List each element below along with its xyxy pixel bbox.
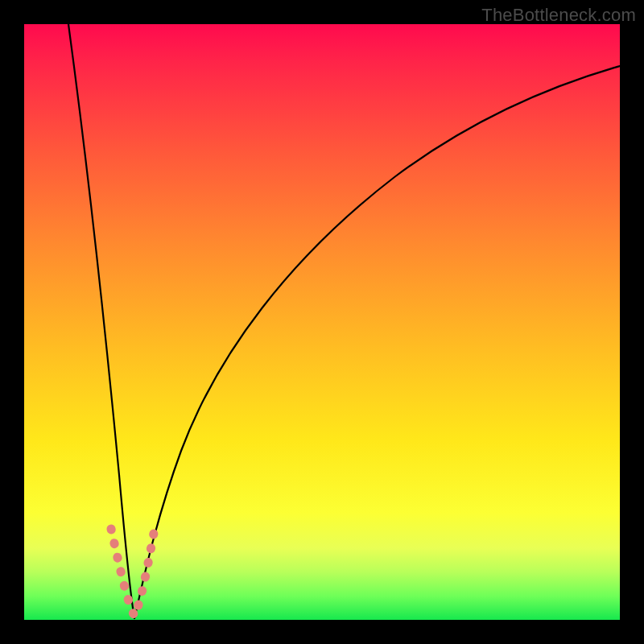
curve-left-branch: [68, 24, 134, 618]
outer-frame: TheBottleneck.com: [0, 0, 644, 644]
curve-right-branch: [134, 66, 620, 618]
curve-overlay: [24, 24, 620, 620]
plot-area: [24, 24, 620, 620]
watermark-text: TheBottleneck.com: [481, 5, 636, 26]
